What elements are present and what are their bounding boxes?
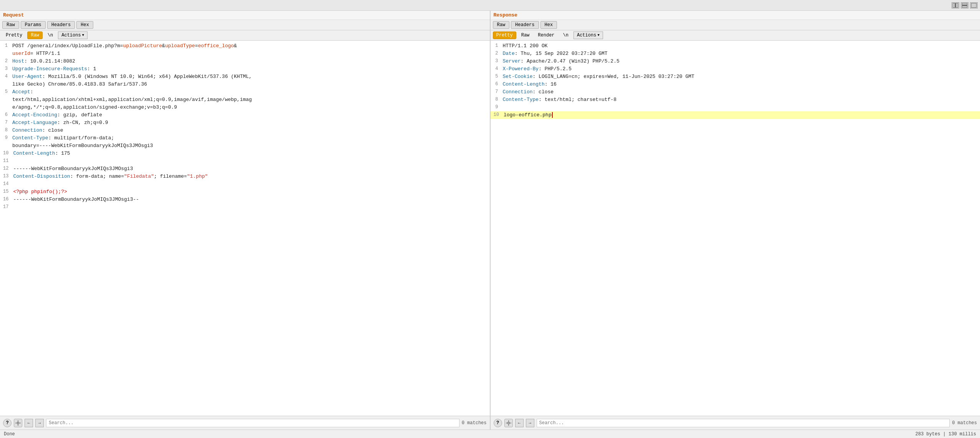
response-code-area[interactable]: 1 HTTP/1.1 200 OK 2 Date: Thu, 15 Sep 20… (491, 41, 980, 416)
req-line-14: 14 (0, 180, 490, 188)
svg-rect-4 (971, 3, 977, 8)
view-pretty-resp[interactable]: Pretty (493, 31, 516, 39)
top-bar (0, 0, 980, 11)
svg-rect-1 (956, 3, 958, 8)
req-line-3: 3 Upgrade-Insecure-Requests: 1 (0, 65, 490, 73)
req-line-7: 7 Accept-Language: zh-CN, zh;q=0.9 (0, 119, 490, 127)
resp-line-8: 8 Content-Type: text/html; charset=utf-8 (491, 96, 980, 104)
req-line-8: 8 Connection: close (0, 127, 490, 134)
tab-hex-resp[interactable]: Hex (540, 21, 557, 29)
actions-arrow-icon: ▼ (82, 33, 84, 37)
resp-line-9: 9 (491, 104, 980, 111)
req-line-11: 11 (0, 157, 490, 165)
response-next-button[interactable]: → (526, 419, 534, 427)
request-search-input[interactable] (46, 419, 459, 427)
resp-line-5: 5 Set-Cookie: LOGIN_LANG=cn; expires=Wed… (491, 73, 980, 81)
request-view-bar: Pretty Raw \n Actions ▼ (0, 30, 490, 41)
resp-line-3: 3 Server: Apache/2.0.47 (Win32) PHP/5.2.… (491, 58, 980, 65)
request-match-count: 0 matches (462, 420, 487, 426)
req-line-1b: userId= HTTP/1.1 (0, 50, 490, 58)
tab-params[interactable]: Params (21, 21, 46, 29)
svg-rect-0 (953, 3, 955, 8)
tab-headers-req[interactable]: Headers (47, 21, 75, 29)
response-view-bar: Pretty Raw Render \n Actions ▼ (491, 30, 980, 41)
resp-line-1: 1 HTTP/1.1 200 OK (491, 42, 980, 50)
svg-point-5 (17, 422, 19, 424)
response-prev-button[interactable]: ← (515, 419, 524, 427)
maximize-icon[interactable] (970, 2, 978, 8)
tab-headers-resp[interactable]: Headers (511, 21, 539, 29)
req-line-15: 15 <?php phpinfo();?> (0, 188, 490, 196)
status-right: 283 bytes | 130 millis (916, 431, 976, 437)
svg-rect-3 (962, 6, 967, 8)
resp-line-4: 4 X-Powered-By: PHP/5.2.5 (491, 65, 980, 73)
resp-line-2: 2 Date: Thu, 15 Sep 2022 03:27:20 GMT (491, 50, 980, 58)
req-line-5b: text/html,application/xhtml+xml,applicat… (0, 96, 490, 104)
request-title: Request (0, 11, 490, 20)
req-line-16: 16 ------WebKitFormBoundaryykJoMIQs3JMOs… (0, 196, 490, 203)
window-controls (952, 2, 978, 8)
status-bar: Done 283 bytes | 130 millis (0, 430, 980, 438)
req-line-6: 6 Accept-Encoding: gzip, deflate (0, 111, 490, 119)
request-tab-bar: Raw Params Headers Hex (0, 20, 490, 30)
request-help-button[interactable]: ? (3, 419, 12, 427)
view-newline-req[interactable]: \n (44, 31, 56, 39)
view-raw-resp[interactable]: Raw (518, 31, 533, 39)
req-line-5: 5 Accept: (0, 88, 490, 96)
req-line-4b: like Gecko) Chrome/85.0.4183.83 Safari/5… (0, 81, 490, 88)
request-code-area[interactable]: 1 POST /general/index/UploadFile.php?m=u… (0, 41, 490, 416)
actions-button-resp[interactable]: Actions ▼ (573, 31, 603, 39)
response-search-bar: ? ← → 0 matches (491, 416, 980, 430)
view-newline-resp[interactable]: \n (560, 31, 572, 39)
request-search-bar: ? ← → 0 matches (0, 416, 490, 430)
view-pretty-req[interactable]: Pretty (2, 31, 26, 39)
req-line-13: 13 Content-Disposition: form-data; name=… (0, 173, 490, 180)
view-render-resp[interactable]: Render (534, 31, 558, 39)
split-v-icon[interactable] (961, 2, 968, 8)
resp-line-10: 10 logo-eoffice.php (491, 111, 980, 119)
req-line-10: 10 Content-Length: 175 (0, 150, 490, 157)
resp-line-7: 7 Connection: close (491, 88, 980, 96)
tab-raw-resp[interactable]: Raw (493, 21, 510, 29)
response-pane: Response Raw Headers Hex Pretty Raw Rend… (491, 11, 980, 430)
req-line-9b: boundary=----WebKitFormBoundaryykJoMIQs3… (0, 142, 490, 150)
request-prev-button[interactable]: ← (25, 419, 33, 427)
request-settings-button[interactable] (14, 419, 22, 427)
response-search-input[interactable] (537, 419, 950, 427)
split-h-icon[interactable] (952, 2, 959, 8)
svg-rect-2 (962, 3, 967, 5)
resp-line-6: 6 Content-Length: 16 (491, 81, 980, 88)
actions-arrow-resp-icon: ▼ (597, 33, 599, 37)
req-line-4: 4 User-Agent: Mozilla/5.0 (Windows NT 10… (0, 73, 490, 81)
req-line-1: 1 POST /general/index/UploadFile.php?m=u… (0, 42, 490, 50)
response-help-button[interactable]: ? (494, 419, 502, 427)
req-line-5c: e/apng,*/*;q=0.8,application/signed-exch… (0, 104, 490, 111)
req-line-2: 2 Host: 10.0.21.14:8082 (0, 58, 490, 65)
req-line-9: 9 Content-Type: multipart/form-data; (0, 134, 490, 142)
response-tab-bar: Raw Headers Hex (491, 20, 980, 30)
status-left: Done (4, 431, 15, 437)
req-line-12: 12 ------WebKitFormBoundaryykJoMIQs3JMOs… (0, 165, 490, 173)
tab-raw-req[interactable]: Raw (2, 21, 19, 29)
response-match-count: 0 matches (952, 420, 977, 426)
response-settings-button[interactable] (504, 419, 513, 427)
tab-hex-req[interactable]: Hex (76, 21, 93, 29)
svg-point-10 (507, 422, 509, 424)
request-next-button[interactable]: → (35, 419, 44, 427)
actions-button-req[interactable]: Actions ▼ (58, 31, 88, 39)
view-raw-req[interactable]: Raw (27, 31, 43, 39)
req-line-17: 17 (0, 203, 490, 211)
response-title: Response (491, 11, 980, 20)
request-pane: Request Raw Params Headers Hex Pretty Ra… (0, 11, 491, 430)
